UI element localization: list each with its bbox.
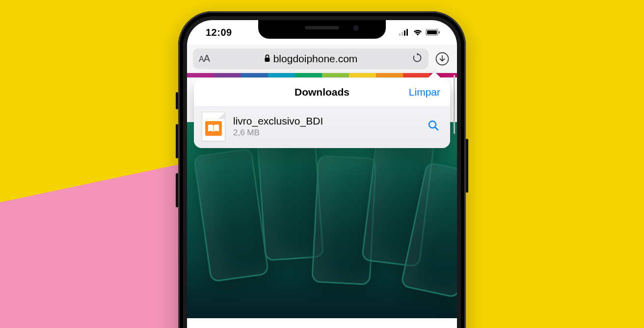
- address-field[interactable]: AA blogdoiphone.com: [193, 49, 429, 69]
- reload-button[interactable]: [412, 52, 423, 65]
- cellular-icon: [399, 29, 410, 36]
- ibooks-icon: [205, 121, 222, 136]
- text-size-small-a: A: [199, 55, 204, 63]
- downloads-button[interactable]: [433, 50, 451, 68]
- text-size-big-a: A: [204, 53, 210, 64]
- svg-rect-6: [439, 31, 440, 34]
- downloads-list: livro_exclusivo_BDI 2,6 MB: [194, 106, 450, 148]
- address-url: blogdoiphone.com: [264, 53, 358, 65]
- hero-image: [187, 122, 457, 318]
- text-size-button[interactable]: AA: [199, 53, 210, 64]
- svg-rect-7: [265, 57, 269, 62]
- magnifier-icon: [427, 119, 440, 134]
- downloads-popover: Downloads Limpar: [194, 78, 450, 148]
- battery-icon: [426, 29, 440, 36]
- scroll-indicator: [454, 75, 455, 134]
- downloads-clear-button[interactable]: Limpar: [409, 86, 440, 98]
- front-camera: [353, 25, 359, 31]
- downloads-popover-wrap: Downloads Limpar: [187, 73, 457, 148]
- address-text: blogdoiphone.com: [273, 53, 358, 65]
- downloads-popover-header: Downloads Limpar: [194, 78, 450, 106]
- mute-switch: [176, 92, 178, 109]
- rainbow-stripe: [187, 73, 457, 77]
- download-file-size: 2,6 MB: [233, 128, 417, 138]
- reveal-in-finder-button[interactable]: [425, 119, 442, 134]
- iphone-frame: 12:09: [178, 11, 466, 328]
- notch: [258, 20, 386, 39]
- safari-toolbar: AA blogdoiphone.com: [187, 45, 457, 73]
- status-icons: [399, 29, 440, 36]
- file-type-icon: [202, 112, 225, 141]
- svg-rect-1: [402, 32, 403, 36]
- download-file-name: livro_exclusivo_BDI: [233, 115, 417, 127]
- svg-rect-5: [427, 30, 437, 34]
- speaker-grille: [305, 26, 339, 29]
- scene-background: 12:09: [0, 0, 644, 328]
- download-row[interactable]: livro_exclusivo_BDI 2,6 MB: [202, 112, 442, 141]
- svg-line-11: [435, 127, 438, 130]
- iphone-screen: 12:09: [187, 20, 457, 328]
- status-time: 12:09: [206, 27, 232, 38]
- svg-rect-2: [404, 30, 405, 36]
- download-file-info: livro_exclusivo_BDI 2,6 MB: [233, 115, 417, 138]
- svg-rect-0: [399, 33, 401, 36]
- svg-rect-3: [406, 29, 408, 36]
- lock-icon: [264, 53, 270, 65]
- downloads-title: Downloads: [295, 86, 349, 98]
- wifi-icon: [413, 29, 423, 36]
